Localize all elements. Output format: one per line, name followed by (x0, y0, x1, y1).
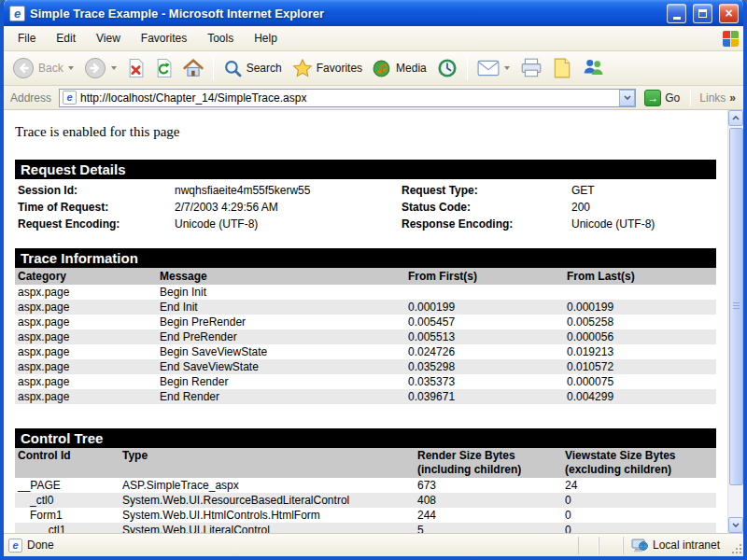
forward-button[interactable] (79, 53, 121, 83)
control-tree-row: _ctl0 System.Web.UI.ResourceBasedLiteral… (15, 493, 716, 508)
minimize-button[interactable] (667, 4, 686, 23)
messenger-button[interactable] (577, 54, 609, 82)
intranet-icon (631, 539, 648, 553)
links-label: Links (699, 91, 726, 105)
content-area: Trace is enabled for this page Request D… (4, 110, 743, 533)
media-button[interactable]: Media (368, 55, 431, 82)
col-control-id: Control Id (15, 449, 120, 477)
scroll-down-button[interactable] (728, 517, 743, 533)
mail-dropdown-icon (504, 66, 510, 70)
resize-grip[interactable] (729, 536, 743, 555)
trace-row: aspx.page End Init 0.000199 0.000199 (15, 300, 716, 315)
refresh-button[interactable] (150, 54, 177, 82)
forward-icon (84, 57, 106, 79)
history-button[interactable] (432, 54, 462, 82)
go-label: Go (665, 91, 680, 105)
address-url: http://localhost/Chapter_14/SimpleTrace.… (80, 91, 615, 105)
messenger-icon (582, 58, 604, 78)
col-type: Type (120, 449, 415, 477)
trace-row: aspx.page Begin Render 0.035373 0.000075 (15, 374, 716, 389)
home-icon (183, 59, 204, 77)
resize-grip-icon (731, 543, 743, 555)
status-panel (578, 537, 599, 554)
back-button[interactable]: Back (7, 53, 78, 83)
standard-toolbar: Back Search Favorites Media (4, 51, 743, 86)
search-label: Search (247, 62, 282, 75)
scrollbar-thumb[interactable] (729, 128, 743, 485)
menu-view[interactable]: View (86, 27, 131, 49)
address-input[interactable]: e http://localhost/Chapter_14/SimpleTrac… (59, 89, 636, 107)
maximize-icon (698, 9, 707, 18)
trace-row: aspx.page Begin Init (15, 285, 716, 300)
stop-button[interactable] (122, 54, 149, 82)
print-button[interactable] (515, 54, 547, 82)
chevron-down-icon (732, 523, 740, 527)
address-bar: Address e http://localhost/Chapter_14/Si… (4, 86, 743, 110)
trace-row: aspx.page Begin PreRender 0.005457 0.005… (15, 315, 716, 329)
maximize-button[interactable] (693, 4, 712, 23)
favorites-label: Favorites (317, 62, 362, 75)
scrollbar-grip (733, 302, 740, 311)
print-icon (520, 58, 543, 78)
back-label: Back (38, 62, 63, 75)
history-icon (437, 58, 458, 78)
menu-file[interactable]: File (7, 27, 46, 49)
favorites-button[interactable]: Favorites (288, 55, 367, 82)
edit-page-icon (553, 58, 571, 78)
session-id-label: Session Id: (18, 182, 175, 199)
titlebar: e Simple Trace Example - Microsoft Inter… (4, 0, 743, 26)
trace-row: aspx.page End PreRender 0.005513 0.00005… (15, 329, 716, 344)
control-tree-header-row: Control Id Type Render Size Bytes (inclu… (15, 448, 716, 478)
request-type-value: GET (571, 182, 716, 199)
mail-icon (477, 60, 500, 77)
request-details-header: Request Details (15, 160, 716, 179)
control-tree-row: Form1 System.Web.UI.HtmlControls.HtmlFor… (15, 508, 716, 523)
favorites-star-icon (292, 59, 313, 78)
status-bar: e Done Local intranet (4, 533, 743, 556)
windows-logo-icon (721, 29, 740, 48)
address-dropdown-button[interactable] (619, 90, 635, 106)
col-render-size: Render Size Bytes (including children) (415, 449, 562, 477)
address-separator (690, 90, 691, 106)
browser-window: e Simple Trace Example - Microsoft Inter… (0, 0, 747, 560)
request-type-label: Request Type: (402, 182, 571, 199)
vertical-scrollbar[interactable] (727, 110, 743, 533)
request-row: Session Id: nwqhsfiaeite4m55f5kerw55 Req… (18, 182, 716, 199)
toolbar-separator (467, 56, 468, 80)
col-message: Message (157, 268, 405, 285)
chevron-double-icon: » (729, 92, 736, 104)
scroll-up-button[interactable] (728, 110, 743, 126)
col-from-last: From Last(s) (564, 268, 716, 285)
trace-information-header: Trace Information (15, 248, 716, 268)
menubar: File Edit View Favorites Tools Help (4, 26, 743, 51)
go-button[interactable]: → Go (641, 90, 685, 106)
address-label: Address (7, 91, 54, 105)
response-encoding-value: Unicode (UTF-8) (571, 216, 716, 232)
request-encoding-value: Unicode (UTF-8) (175, 216, 402, 232)
zone-text: Local intranet (653, 539, 720, 552)
search-icon (223, 59, 243, 78)
session-id-value: nwqhsfiaeite4m55f5kerw55 (175, 182, 402, 199)
request-row: Time of Request: 2/7/2003 4:29:56 AM Sta… (18, 199, 716, 216)
menu-edit[interactable]: Edit (46, 27, 86, 49)
media-label: Media (396, 62, 427, 75)
request-encoding-label: Request Encoding: (18, 216, 175, 232)
menu-favorites[interactable]: Favorites (131, 27, 197, 49)
control-tree-row: _ctl1 System.Web.UI.LiteralControl 5 0 (15, 523, 716, 533)
links-toolbar[interactable]: Links » (696, 91, 740, 105)
edit-button[interactable] (548, 54, 576, 82)
col-viewstate-size: Viewstate Size Bytes (excluding children… (562, 449, 716, 477)
home-button[interactable] (178, 55, 208, 81)
scrollbar-track[interactable] (728, 126, 743, 517)
menu-tools[interactable]: Tools (197, 27, 244, 49)
refresh-icon (155, 58, 173, 78)
mail-button[interactable] (472, 56, 514, 80)
menu-help[interactable]: Help (244, 27, 288, 49)
back-dropdown-icon (68, 66, 74, 70)
trace-row: aspx.page End Render 0.039671 0.004299 (15, 389, 716, 404)
window-title: Simple Trace Example - Microsoft Interne… (30, 7, 660, 21)
search-button[interactable]: Search (218, 55, 287, 82)
col-category: Category (15, 268, 157, 285)
close-button[interactable]: × (719, 4, 739, 23)
status-code-label: Status Code: (402, 199, 571, 216)
